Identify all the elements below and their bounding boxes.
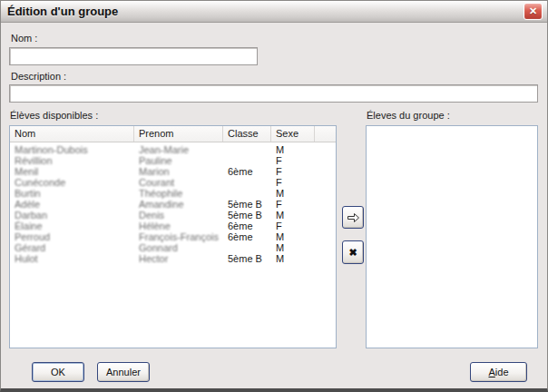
column-header-nom[interactable]: Nom [10, 126, 134, 142]
cell-prenom: Hector [134, 253, 223, 264]
table-body: Martinon-Dubois Jean-Marie M Révillion P… [10, 142, 336, 264]
table-row[interactable]: Darban Denis 5ème B M [10, 210, 336, 220]
remove-icon: ✖ [348, 248, 357, 258]
cell-sexe: F [271, 166, 315, 177]
cell-sexe: F [271, 177, 315, 188]
cancel-button[interactable]: Annuler [97, 362, 150, 382]
cell-prenom: Jean-Marie [134, 144, 223, 155]
available-students-label: Élèves disponibles : [10, 110, 98, 121]
cell-sexe: M [271, 144, 315, 155]
cell-sexe: M [271, 188, 315, 199]
available-students-table[interactable]: Nom Prenom Classe Sexe Martinon-Dubois J… [9, 125, 337, 348]
column-header-sexe[interactable]: Sexe [271, 126, 315, 142]
table-header: Nom Prenom Classe Sexe [10, 126, 336, 142]
cell-nom: Perroud [10, 231, 134, 242]
cell-sexe: M [271, 210, 315, 220]
cell-prenom: François-François [134, 231, 223, 242]
table-row[interactable]: Adèle Amandine 5ème B F [10, 199, 336, 210]
ok-button[interactable]: OK [32, 362, 84, 382]
edit-group-dialog: Édition d'un groupe ✕ Nom : Description … [0, 0, 548, 392]
cell-prenom: Courant [134, 177, 223, 188]
cell-classe [223, 155, 271, 166]
cell-sexe: M [271, 231, 315, 242]
cell-classe: 6ème [223, 220, 271, 231]
column-header-classe[interactable]: Classe [223, 126, 271, 142]
table-row[interactable]: Élaine Hélène 6ème F [10, 220, 336, 231]
titlebar: Édition d'un groupe ✕ [1, 1, 547, 23]
table-row[interactable]: Cunéconde Courant F [10, 177, 336, 188]
close-icon: ✕ [529, 6, 537, 16]
cell-classe: 5ème B [223, 253, 271, 264]
description-label: Description : [11, 71, 66, 82]
cell-prenom: Amandine [134, 199, 223, 210]
table-row[interactable]: Révillion Pauline F [10, 155, 336, 166]
cell-classe [223, 188, 271, 199]
window-title: Édition d'un groupe [7, 5, 118, 18]
cell-nom: Gérard [10, 242, 134, 253]
help-label-accel: A [488, 367, 494, 377]
help-label-rest: ide [495, 367, 509, 377]
arrow-right-icon [347, 212, 360, 223]
cell-sexe: F [271, 155, 315, 166]
column-header-filler [315, 126, 336, 142]
cell-classe: 5ème B [223, 210, 271, 220]
cell-prenom: Marion [134, 166, 223, 177]
group-students-list[interactable] [366, 125, 538, 348]
add-to-group-button[interactable] [342, 206, 364, 229]
cell-prenom: Denis [134, 210, 223, 220]
table-row[interactable]: Perroud François-François 6ème M [10, 231, 336, 242]
cell-sexe: F [271, 220, 315, 231]
cell-classe [223, 242, 271, 253]
description-input[interactable] [9, 84, 538, 103]
cell-prenom: Pauline [134, 155, 223, 166]
cell-classe [223, 177, 271, 188]
cell-prenom: Hélène [134, 220, 223, 231]
table-row[interactable]: Hulot Hector 5ème B M [10, 253, 336, 264]
cell-nom: Burtin [10, 188, 134, 199]
nom-input[interactable] [9, 47, 258, 65]
column-header-prenom[interactable]: Prenom [134, 126, 223, 142]
cell-nom: Menil [10, 166, 134, 177]
cell-classe: 5ème B [223, 199, 271, 210]
cell-prenom: Gonnard [134, 242, 223, 253]
dialog-body: Nom : Description : Élèves disponibles :… [1, 23, 547, 388]
cell-sexe: F [271, 199, 315, 210]
cell-nom: Révillion [10, 155, 134, 166]
remove-from-group-button[interactable]: ✖ [342, 240, 364, 264]
cell-classe: 6ème [223, 231, 271, 242]
cell-classe: 6ème [223, 166, 271, 177]
cell-nom: Darban [10, 210, 134, 220]
group-students-label: Éleves du groupe : [367, 110, 450, 121]
cell-prenom: Théophile [134, 188, 223, 199]
table-row[interactable]: Martinon-Dubois Jean-Marie M [10, 144, 336, 155]
cell-nom: Cunéconde [10, 177, 134, 188]
help-button[interactable]: Aide [470, 362, 527, 382]
nom-label: Nom : [11, 33, 37, 44]
table-row[interactable]: Gérard Gonnard M [10, 242, 336, 253]
cell-sexe: M [271, 242, 315, 253]
cell-nom: Hulot [10, 253, 134, 264]
cell-nom: Martinon-Dubois [10, 144, 134, 155]
table-row[interactable]: Burtin Théophile M [10, 188, 336, 199]
close-button[interactable]: ✕ [524, 3, 543, 20]
cell-classe [223, 144, 271, 155]
cell-nom: Élaine [10, 220, 134, 231]
cell-nom: Adèle [10, 199, 134, 210]
cell-sexe: M [271, 253, 315, 264]
table-row[interactable]: Menil Marion 6ème F [10, 166, 336, 177]
